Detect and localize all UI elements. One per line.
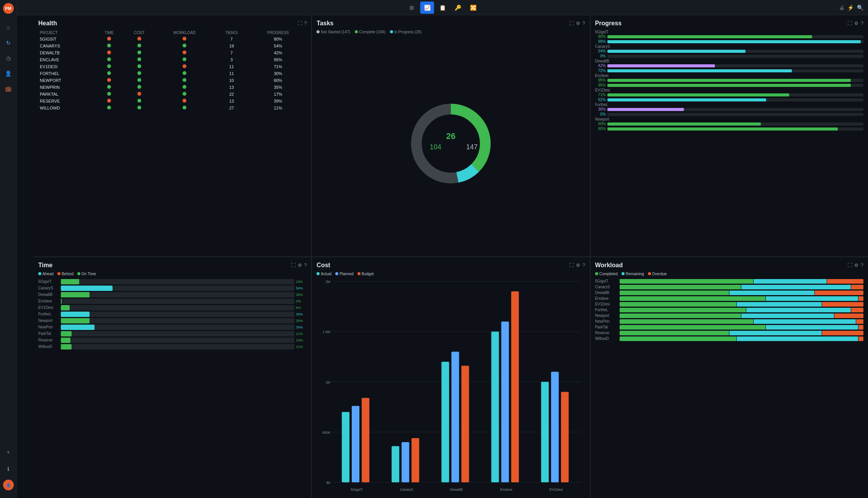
col-progress: PROGRESS xyxy=(249,30,307,36)
progress-gear-icon[interactable]: ⚙ xyxy=(854,21,858,26)
svg-text:1.5M: 1.5M xyxy=(323,330,330,334)
time-project-label: NewPrin xyxy=(38,325,59,329)
workload-header: Workload ⛶ ⚙ ? xyxy=(595,262,863,269)
progress-pct-label: 30% xyxy=(595,107,606,111)
sidebar-icon-user[interactable]: 👤 xyxy=(2,67,15,80)
sidebar-icon-info[interactable]: ℹ xyxy=(2,463,15,475)
progress-expand-icon[interactable]: ⛶ xyxy=(847,21,852,26)
time-bar-row: Enclave 0% xyxy=(38,299,307,304)
sidebar-icon-plus[interactable]: + xyxy=(2,446,15,458)
progress-project-label: EV1Desi xyxy=(595,88,863,92)
tasks-count: 19 xyxy=(214,42,250,49)
sidebar-icon-home[interactable]: ⌂ xyxy=(2,21,15,34)
sidebar-icon-clock[interactable]: ◷ xyxy=(2,52,15,64)
cost-gear-icon[interactable]: ⚙ xyxy=(576,263,580,268)
progress-bar-bg xyxy=(607,35,863,38)
tab-chart[interactable]: 📈 xyxy=(420,2,434,14)
workload-bar-container xyxy=(620,302,863,307)
health-info-icon[interactable]: ? xyxy=(304,21,307,26)
time-gear-icon[interactable]: ⚙ xyxy=(298,263,302,268)
progress-value: 71% xyxy=(249,63,307,70)
filter-icon[interactable]: ⚡ xyxy=(847,5,854,11)
time-actions: ⛶ ⚙ ? xyxy=(291,263,307,268)
tasks-gear-icon[interactable]: ⚙ xyxy=(576,21,580,26)
time-bar-row: NewPrin 35% xyxy=(38,325,307,330)
tab-grid[interactable]: ⊞ xyxy=(405,2,419,14)
print-icon[interactable]: 🖨 xyxy=(839,5,844,11)
workload-overdue-bar xyxy=(858,336,863,341)
tab-flow[interactable]: 🔀 xyxy=(466,2,480,14)
tasks-panel: Tasks ⛶ ⚙ ? Not Started (147) Complete (… xyxy=(312,15,589,256)
workload-row: Newport xyxy=(595,313,863,318)
table-row: CANARYS 19 54% xyxy=(38,42,307,49)
project-name: EV1DESI xyxy=(38,63,95,70)
project-name: CANARYS xyxy=(38,42,95,49)
tab-key[interactable]: 🔑 xyxy=(451,2,465,14)
workload-remaining-bar xyxy=(737,336,858,341)
tasks-count: 11 xyxy=(214,63,250,70)
workload-overdue-bar xyxy=(858,325,863,330)
health-panel: Health ⛶ ? PROJECT TIME COST WORKLOAD TA… xyxy=(34,15,311,256)
sidebar-icon-avatar[interactable]: 👤 xyxy=(3,480,14,490)
progress-pct-label: 95% xyxy=(595,78,606,82)
cost-bar-chart: 2M1.5M1M500K$05GigsITCanarySDewaltBEncla… xyxy=(317,278,585,494)
cost-actions: ⛶ ⚙ ? xyxy=(569,263,585,268)
time-project-label: WillowD xyxy=(38,345,59,349)
workload-completed-bar xyxy=(620,302,736,307)
svg-rect-25 xyxy=(452,351,459,482)
workload-info-icon[interactable]: ? xyxy=(861,263,863,268)
time-info-icon[interactable]: ? xyxy=(304,263,307,268)
workload-status xyxy=(155,49,214,56)
cost-status xyxy=(123,98,155,104)
time-bar-row: ParkTal 11% xyxy=(38,331,307,336)
tab-clipboard[interactable]: 📋 xyxy=(436,2,449,14)
workload-project-label: CanaryS xyxy=(595,285,618,289)
progress-project-label: Enclave xyxy=(595,73,863,78)
progress-project-label: Newport xyxy=(595,117,863,121)
workload-remaining-bar xyxy=(766,296,858,301)
time-legend: Ahead Behind On Time xyxy=(38,272,307,276)
tasks-info-icon[interactable]: ? xyxy=(582,21,585,26)
workload-row: Reserve xyxy=(595,331,863,335)
workload-remaining-bar xyxy=(754,319,856,324)
sidebar-icon-bag[interactable]: 💼 xyxy=(2,83,15,95)
workload-gear-icon[interactable]: ⚙ xyxy=(854,263,858,268)
workload-project-label: NewPrin xyxy=(595,319,618,323)
cost-info-icon[interactable]: ? xyxy=(582,263,585,268)
progress-bar-bg xyxy=(607,50,863,53)
workload-remaining-bar xyxy=(754,279,827,284)
time-bar-fill xyxy=(61,331,72,336)
tasks-expand-icon[interactable]: ⛶ xyxy=(569,21,574,26)
time-rows: 5GigsIT 19% CanaryS 54% DewaltB 30% Encl… xyxy=(38,279,307,351)
workload-legend: Completed Remaining Overdue xyxy=(595,272,863,276)
cost-expand-icon[interactable]: ⛶ xyxy=(569,263,574,268)
time-bar-fill xyxy=(61,292,90,297)
cost-legend: Actual Planned Budget xyxy=(317,272,585,276)
progress-info-icon[interactable]: ? xyxy=(861,21,863,26)
time-pct-label: 30% xyxy=(296,312,307,316)
workload-expand-icon[interactable]: ⛶ xyxy=(847,263,852,268)
search-icon[interactable]: 🔍 xyxy=(857,5,863,11)
svg-text:147: 147 xyxy=(466,143,478,151)
health-expand-icon[interactable]: ⛶ xyxy=(297,21,302,26)
time-expand-icon[interactable]: ⛶ xyxy=(291,263,295,268)
cost-status xyxy=(123,49,155,56)
time-pct-label: 11% xyxy=(296,345,307,349)
time-status xyxy=(95,77,123,84)
time-bar-area xyxy=(61,325,294,330)
sidebar-icon-refresh[interactable]: ↻ xyxy=(2,37,15,49)
progress-project-label: 5GigsIT xyxy=(595,30,863,34)
time-bar-row: CanaryS 54% xyxy=(38,286,307,291)
app-logo[interactable]: PM xyxy=(3,3,14,14)
workload-actions: ⛶ ⚙ ? xyxy=(847,263,863,268)
time-header: Time ⛶ ⚙ ? xyxy=(38,262,307,269)
tasks-count: 13 xyxy=(214,84,250,91)
time-pct-label: 11% xyxy=(296,332,307,336)
time-pct-label: 10% xyxy=(296,338,307,342)
progress-value: 95% xyxy=(249,56,307,63)
workload-bar-container xyxy=(620,325,863,330)
svg-text:1M: 1M xyxy=(326,380,331,384)
topbar-actions: 🖨 ⚡ 🔍 xyxy=(839,5,863,11)
svg-text:EV1Desi: EV1Desi xyxy=(550,488,563,491)
workload-overdue-bar xyxy=(851,308,863,312)
